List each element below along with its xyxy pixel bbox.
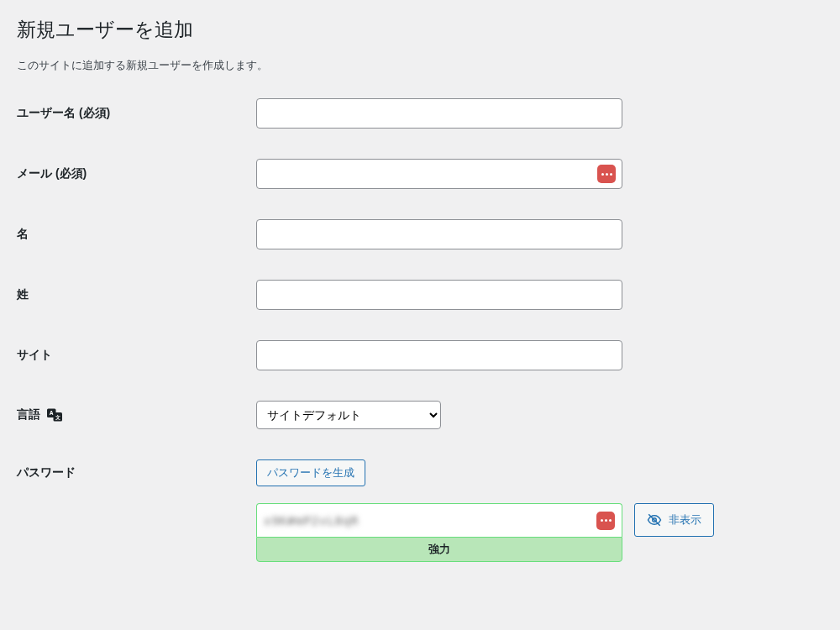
- generate-password-button[interactable]: パスワードを生成: [256, 459, 365, 486]
- lastname-label: 姓: [17, 287, 256, 302]
- language-label: 言語 A 文: [17, 407, 256, 423]
- website-input[interactable]: [256, 340, 622, 370]
- hide-button-label: 非表示: [669, 512, 701, 528]
- password-manager-icon[interactable]: [596, 512, 615, 530]
- website-label: サイト: [17, 348, 256, 363]
- password-value-masked: x9K#mP2vL8qR: [264, 514, 359, 528]
- language-select[interactable]: サイトデフォルト: [256, 401, 441, 429]
- password-label: パスワード: [17, 465, 256, 480]
- translate-icon: A 文: [47, 408, 62, 422]
- password-input[interactable]: x9K#mP2vL8qR: [256, 503, 622, 537]
- page-title: 新規ユーザーを追加: [17, 17, 823, 43]
- password-box: x9K#mP2vL8qR 強力: [256, 503, 622, 562]
- password-strength-bar: 強力: [256, 537, 622, 562]
- language-label-text: 言語: [17, 407, 40, 421]
- lastname-input[interactable]: [256, 280, 622, 310]
- svg-text:文: 文: [55, 414, 60, 420]
- username-label: ユーザー名 (必須): [17, 106, 256, 121]
- email-label: メール (必須): [17, 166, 256, 181]
- email-input[interactable]: [256, 159, 622, 189]
- firstname-label: 名: [17, 227, 256, 242]
- password-manager-icon[interactable]: [597, 165, 616, 183]
- page-description: このサイトに追加する新規ユーザーを作成します。: [17, 58, 823, 73]
- username-input[interactable]: [256, 98, 622, 129]
- eye-slash-icon: [647, 512, 662, 528]
- hide-password-button[interactable]: 非表示: [634, 503, 714, 537]
- svg-text:A: A: [50, 410, 54, 416]
- firstname-input[interactable]: [256, 219, 622, 249]
